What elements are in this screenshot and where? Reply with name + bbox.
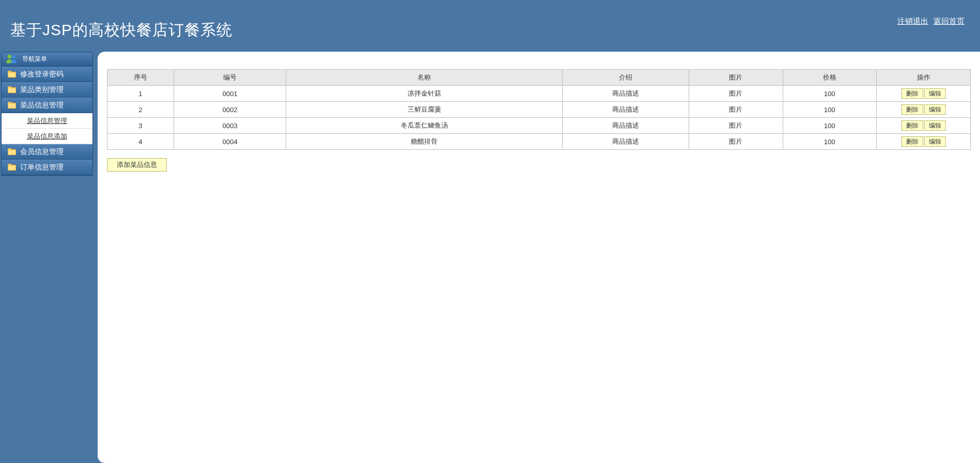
svg-rect-6 — [8, 166, 15, 170]
cell-code: 0003 — [174, 118, 286, 134]
sidebar-subitem[interactable]: 菜品信息管理 — [2, 113, 92, 129]
cell-price: 100 — [783, 86, 877, 102]
sidebar: 导航菜单 修改登录密码菜品类别管理菜品信息管理菜品信息管理菜品信息添加会员信息管… — [0, 52, 95, 463]
table-header: 图片 — [689, 70, 783, 86]
table-row: 30003冬瓜薏仁鲫鱼汤商品描述图片100删除编辑 — [107, 118, 971, 134]
cell-pic: 图片 — [689, 102, 783, 118]
folder-icon — [8, 86, 16, 94]
cell-price: 100 — [783, 134, 877, 150]
sidebar-subitem[interactable]: 菜品信息添加 — [2, 129, 92, 144]
cell-name: 冬瓜薏仁鲫鱼汤 — [286, 118, 562, 134]
svg-rect-5 — [8, 150, 15, 155]
edit-button[interactable]: 编辑 — [924, 104, 946, 115]
delete-button[interactable]: 删除 — [901, 88, 923, 99]
cell-price: 100 — [783, 118, 877, 134]
logout-link[interactable]: 注销退出 — [897, 17, 928, 25]
sidebar-item-label: 会员信息管理 — [20, 147, 64, 157]
folder-icon — [8, 148, 16, 156]
sidebar-header-label: 导航菜单 — [22, 55, 47, 64]
page-title: 基于JSP的高校快餐店订餐系统 — [10, 0, 970, 41]
cell-code: 0001 — [174, 86, 286, 102]
cell-name: 糖醋排骨 — [286, 134, 562, 150]
header-links: 注销退出 返回首页 — [894, 17, 965, 26]
cell-intro: 商品描述 — [562, 86, 689, 102]
edit-button[interactable]: 编辑 — [924, 136, 946, 147]
cell-actions: 删除编辑 — [877, 86, 971, 102]
cell-actions: 删除编辑 — [877, 118, 971, 134]
sidebar-header: 导航菜单 — [2, 52, 92, 67]
cell-code: 0002 — [174, 102, 286, 118]
delete-button[interactable]: 删除 — [901, 136, 923, 147]
dish-table: 序号编号名称介绍图片价格操作 10001凉拌金针菇商品描述图片100删除编辑20… — [107, 69, 971, 150]
add-dish-button[interactable]: 添加菜品信息 — [107, 158, 167, 172]
cell-actions: 删除编辑 — [877, 134, 971, 150]
cell-idx: 2 — [107, 102, 174, 118]
folder-icon — [8, 102, 16, 109]
cell-name: 凉拌金针菇 — [286, 86, 562, 102]
sidebar-item[interactable]: 菜品信息管理 — [2, 98, 92, 113]
table-header: 操作 — [877, 70, 971, 86]
table-header: 介绍 — [562, 70, 689, 86]
sidebar-item[interactable]: 修改登录密码 — [2, 67, 92, 82]
cell-intro: 商品描述 — [562, 118, 689, 134]
cell-pic: 图片 — [689, 86, 783, 102]
table-row: 10001凉拌金针菇商品描述图片100删除编辑 — [107, 86, 971, 102]
folder-icon — [8, 164, 16, 171]
cell-intro: 商品描述 — [562, 134, 689, 150]
svg-rect-4 — [8, 104, 15, 108]
users-icon — [6, 54, 17, 64]
home-link[interactable]: 返回首页 — [934, 17, 965, 25]
sidebar-item-label: 菜品信息管理 — [20, 101, 64, 110]
edit-button[interactable]: 编辑 — [924, 120, 946, 131]
svg-rect-3 — [8, 88, 15, 92]
cell-pic: 图片 — [689, 134, 783, 150]
cell-actions: 删除编辑 — [877, 102, 971, 118]
delete-button[interactable]: 删除 — [901, 104, 923, 115]
cell-name: 三鲜豆腐羹 — [286, 102, 562, 118]
delete-button[interactable]: 删除 — [901, 120, 923, 131]
cell-price: 100 — [783, 102, 877, 118]
sidebar-item[interactable]: 菜品类别管理 — [2, 82, 92, 98]
sidebar-item-label: 菜品类别管理 — [20, 85, 64, 95]
cell-idx: 3 — [107, 118, 174, 134]
sidebar-item[interactable]: 订单信息管理 — [2, 160, 92, 175]
svg-rect-2 — [8, 73, 15, 77]
cell-intro: 商品描述 — [562, 102, 689, 118]
table-header: 编号 — [174, 70, 286, 86]
table-row: 40004糖醋排骨商品描述图片100删除编辑 — [107, 134, 971, 150]
table-header: 名称 — [286, 70, 562, 86]
svg-point-1 — [12, 55, 15, 58]
sidebar-bottom-decor — [1, 456, 93, 463]
svg-point-0 — [8, 55, 11, 58]
cell-pic: 图片 — [689, 118, 783, 134]
edit-button[interactable]: 编辑 — [924, 88, 946, 99]
table-header: 序号 — [107, 70, 174, 86]
cell-idx: 1 — [107, 86, 174, 102]
sidebar-item-label: 修改登录密码 — [20, 70, 64, 79]
folder-icon — [8, 71, 16, 78]
sidebar-item[interactable]: 会员信息管理 — [2, 144, 92, 160]
table-header: 价格 — [783, 70, 877, 86]
table-row: 20002三鲜豆腐羹商品描述图片100删除编辑 — [107, 102, 971, 118]
sidebar-item-label: 订单信息管理 — [20, 163, 64, 172]
content-area: 序号编号名称介绍图片价格操作 10001凉拌金针菇商品描述图片100删除编辑20… — [98, 52, 980, 463]
cell-code: 0004 — [174, 134, 286, 150]
cell-idx: 4 — [107, 134, 174, 150]
header: 基于JSP的高校快餐店订餐系统 注销退出 返回首页 — [0, 0, 980, 52]
